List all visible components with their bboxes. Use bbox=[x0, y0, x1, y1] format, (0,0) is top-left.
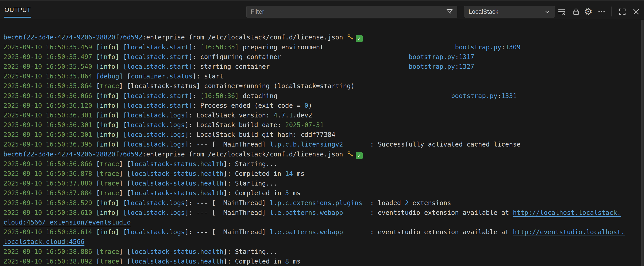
log-output: bec66f22-3d4e-4274-9206-28820f76d592:ent… bbox=[0, 19, 641, 266]
log-segment: localstack-status.health bbox=[131, 248, 223, 256]
log-segment: [info] bbox=[96, 63, 123, 70]
log-segment: localstack.logs bbox=[127, 121, 185, 129]
channel-select[interactable]: LocalStack bbox=[464, 6, 555, 18]
log-segment: 2025-09-10 16:50:36.878 bbox=[4, 170, 96, 177]
scrollbar bbox=[641, 20, 644, 266]
log-segment: l.e.patterns.webapp bbox=[270, 228, 343, 236]
log-segment: ]: Starting... bbox=[223, 180, 277, 187]
log-segment: [ bbox=[123, 43, 127, 51]
close-panel-icon[interactable] bbox=[631, 7, 641, 16]
log-segment: [info] bbox=[96, 43, 123, 51]
log-segment: [ bbox=[96, 170, 100, 177]
lock-icon[interactable] bbox=[571, 7, 581, 16]
log-segment: 5 bbox=[285, 189, 289, 197]
log-segment: ]: Completed in bbox=[223, 170, 285, 177]
log-segment: l.e.patterns.webapp bbox=[270, 209, 343, 216]
log-segment: [ bbox=[96, 258, 100, 265]
log-segment: bootstrap.py bbox=[409, 63, 455, 70]
log-line: 2025-09-10 16:50:37.884 [trace] [localst… bbox=[4, 188, 641, 198]
log-segment: [ bbox=[96, 189, 100, 197]
log-segment: ]: --- [ MainThread] bbox=[185, 141, 270, 148]
log-segment: : bbox=[498, 92, 501, 100]
log-segment: ) bbox=[308, 102, 312, 109]
log-segment: trace bbox=[100, 189, 119, 197]
log-link[interactable]: http://localhost.localstack. bbox=[513, 209, 621, 216]
log-segment: [info] bbox=[96, 112, 123, 119]
log-segment: bootstrap.py bbox=[451, 92, 498, 100]
log-segment: ]: Completed in bbox=[223, 258, 285, 265]
log-link[interactable]: localstack.cloud:4566 bbox=[4, 238, 84, 246]
log-segment: ]: --- [ MainThread] bbox=[185, 209, 270, 216]
log-segment: 2025-09-10 16:50:36.301 bbox=[4, 121, 96, 129]
log-segment: 2025-09-10 16:50:36.395 bbox=[4, 141, 96, 148]
log-segment: [ bbox=[123, 199, 127, 207]
filter-box bbox=[246, 6, 457, 18]
log-segment: : eventstudio extension available at bbox=[343, 228, 513, 236]
log-segment: . bbox=[278, 112, 281, 119]
log-segment: 2025-09-10 16:50:35.864 bbox=[4, 82, 96, 90]
log-segment: ]: LocalStack build date: bbox=[185, 121, 285, 129]
log-segment: ms bbox=[289, 189, 300, 197]
log-segment: bec66f22-3d4e-4274-9206-28820f76d592 bbox=[4, 150, 142, 158]
log-segment: ]: Starting... bbox=[223, 248, 277, 256]
log-segment: 2025-09-10 16:50:36.301 bbox=[4, 112, 96, 119]
log-segment: 2025-09-10 16:50:36.866 bbox=[4, 160, 96, 168]
log-line: 2025-09-10 16:50:37.880 [trace] [localst… bbox=[4, 178, 641, 188]
log-segment: 2025-09-10 16:50:38.892 bbox=[4, 258, 96, 265]
more-actions-icon[interactable] bbox=[597, 7, 606, 16]
log-segment: trace bbox=[100, 170, 119, 177]
log-segment: 1331 bbox=[501, 92, 517, 100]
log-segment: 1 bbox=[289, 112, 293, 119]
log-segment: trace bbox=[100, 82, 119, 90]
log-segment: .dev2 bbox=[293, 112, 312, 119]
log-segment: ] [ bbox=[119, 160, 131, 168]
log-segment: localstack.start bbox=[127, 63, 188, 70]
log-segment: 7 bbox=[281, 112, 285, 119]
log-segment: ]: Completed in bbox=[223, 189, 285, 197]
tab-output[interactable]: OUTPUT bbox=[4, 5, 32, 17]
log-segment: ]: bbox=[188, 43, 200, 51]
log-segment: [16:50:35] bbox=[200, 43, 239, 51]
log-line: 2025-09-10 16:50:35.864 [trace] [localst… bbox=[4, 81, 641, 91]
output-panel: OUTPUT LocalStack bbox=[0, 0, 644, 266]
log-segment: localstack.logs bbox=[127, 199, 185, 207]
log-segment: extensions bbox=[409, 199, 451, 207]
key-icon bbox=[347, 34, 354, 43]
log-segment: localstack-status.health bbox=[131, 258, 223, 265]
scrollbar-thumb[interactable] bbox=[641, 20, 644, 266]
log-segment: [info] bbox=[96, 228, 123, 236]
log-segment: . bbox=[285, 112, 289, 119]
log-segment: 8 bbox=[285, 258, 289, 265]
clear-output-icon[interactable] bbox=[557, 7, 566, 16]
log-line: 2025-09-10 16:50:36.395 [info] [localsta… bbox=[4, 139, 641, 149]
log-segment: 14 bbox=[285, 170, 293, 177]
log-segment: localstack.logs bbox=[127, 141, 185, 148]
log-segment: ] [ bbox=[119, 248, 131, 256]
gear-icon[interactable]: ⚙ bbox=[584, 7, 593, 16]
log-line: localstack.cloud:4566 bbox=[4, 237, 641, 247]
log-segment: 2025-09-10 16:50:38.886 bbox=[4, 248, 96, 256]
log-segment: [info] bbox=[96, 141, 123, 148]
log-segment: [ bbox=[123, 131, 127, 138]
log-link[interactable]: cloud:4566/_extension/eventstudio bbox=[4, 219, 131, 226]
log-link[interactable]: http://eventstudio.localhost. bbox=[513, 228, 625, 236]
log-segment: ]: bbox=[188, 92, 200, 100]
filter-input[interactable] bbox=[246, 8, 446, 15]
panel-header: OUTPUT LocalStack bbox=[0, 0, 644, 19]
log-segment: [ bbox=[127, 73, 131, 80]
log-segment: ] [ bbox=[119, 258, 131, 265]
log-segment: l.p.c.extensions.plugins bbox=[270, 199, 362, 207]
log-segment: localstack.logs bbox=[127, 112, 185, 119]
log-segment: [info] bbox=[96, 121, 123, 129]
log-segment: 2025-09-10 16:50:38.610 bbox=[4, 209, 96, 216]
log-segment: 2025-09-10 16:50:38.614 bbox=[4, 228, 96, 236]
log-segment: : bbox=[455, 63, 459, 70]
log-segment: [ bbox=[123, 92, 127, 100]
log-line: 2025-09-10 16:50:35.540 [info] [localsta… bbox=[4, 62, 641, 71]
maximize-panel-icon[interactable] bbox=[618, 7, 627, 16]
log-segment: ms bbox=[293, 170, 304, 177]
log-line: 2025-09-10 16:50:38.610 [info] [localsta… bbox=[4, 208, 641, 218]
log-segment: localstack.start bbox=[127, 92, 188, 100]
log-segment: ms bbox=[289, 258, 300, 265]
log-segment: : bbox=[501, 43, 505, 51]
